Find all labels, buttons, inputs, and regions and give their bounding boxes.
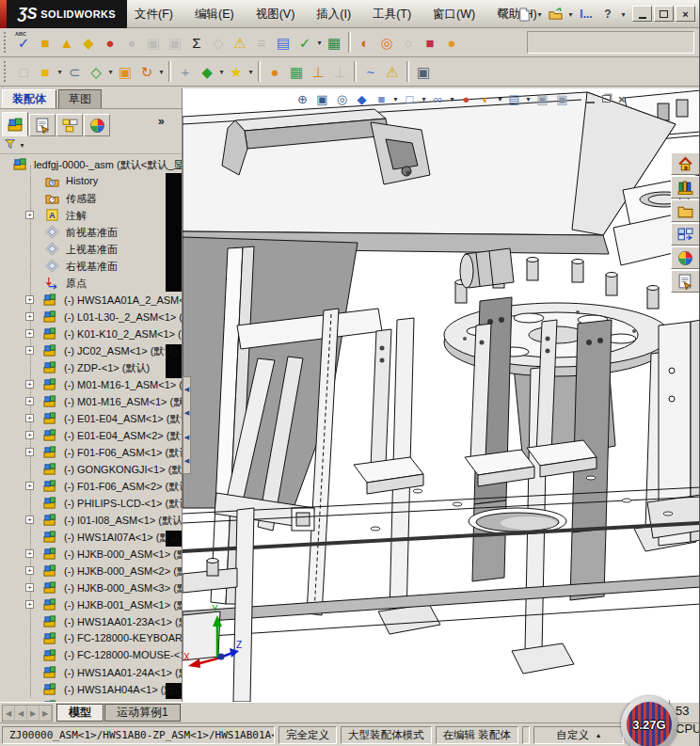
toolbar-grip[interactable] <box>4 32 8 53</box>
doc-restore-button[interactable] <box>602 95 611 103</box>
tree-item[interactable]: (-) HWS1AH04A<1> (默认) <box>0 681 182 698</box>
tree-item[interactable]: +(-) I01-I08_ASM<1> (默认) <box>0 512 182 529</box>
spell-check-icon[interactable]: ABC✓ <box>13 31 34 55</box>
tree-expander[interactable]: + <box>25 516 34 524</box>
menu-edit[interactable]: 编辑(E) <box>192 5 237 24</box>
tree-item[interactable]: +A注解 <box>0 207 182 224</box>
assembly-features-icon[interactable]: ● <box>264 60 285 84</box>
tree-expander[interactable]: + <box>25 448 34 456</box>
tree-item[interactable]: +(-) K01-K10_2_ASM<1> (默认) <box>0 325 182 342</box>
custom-properties-tab[interactable] <box>671 270 700 293</box>
file-explorer-tab[interactable] <box>671 199 700 222</box>
tree-expander[interactable]: + <box>25 566 34 575</box>
tree-expander[interactable]: + <box>25 312 34 321</box>
import-diagnostics-icon[interactable]: ▤ <box>273 31 294 55</box>
screenshot-icon[interactable]: ▣ <box>413 60 434 84</box>
tree-item[interactable]: +(-) HJKB-000_ASM<3> (默认) <box>0 579 182 596</box>
measure-icon[interactable]: ■ <box>35 31 56 55</box>
curvature-icon[interactable]: ◐ <box>355 31 375 55</box>
tab-sketch[interactable]: 草图 <box>58 89 102 108</box>
solidworks-resources-tab[interactable] <box>671 152 700 175</box>
tree-expander[interactable]: + <box>25 431 34 439</box>
minimize-button[interactable] <box>632 6 652 22</box>
tree-item[interactable]: (-) HWS1AA01-23A<1> (默认) <box>0 613 182 630</box>
tree-item[interactable]: +(-) L01-L30-_2_ASM<1> (默认) <box>0 309 182 325</box>
smart-fasteners-icon[interactable]: ⊂ <box>64 60 85 84</box>
tree-item[interactable]: +(-) M01-M16-1_ASM<1> (默认) <box>0 376 182 393</box>
tree-item[interactable]: +(-) M01-M16_ASM<1> (默认) <box>0 393 182 410</box>
tab-motion-study[interactable]: 运动算例1 <box>104 704 181 722</box>
design-check-icon[interactable]: ▣ <box>143 31 164 55</box>
display-style-icon[interactable]: □ <box>401 90 419 107</box>
design-check-2-icon[interactable]: ▣ <box>165 31 185 55</box>
open-part-icon-dropdown[interactable]: ▾ <box>56 68 63 76</box>
tree-expander[interactable]: + <box>25 414 34 422</box>
filter-icon[interactable] <box>5 137 17 154</box>
color-swatches-icon[interactable]: ■ <box>420 31 440 55</box>
move-component-icon[interactable]: + <box>175 60 196 84</box>
collapsed-toolbar-label[interactable]: l... <box>577 5 596 24</box>
tree-item[interactable]: +(-) HWS1AA01A_2_ASM<1> (默认) <box>0 292 182 309</box>
tree-expander[interactable]: + <box>25 346 34 355</box>
exploded-view-icon[interactable]: ⊥ <box>308 60 328 84</box>
help-icon[interactable]: ? <box>598 5 617 24</box>
tree-expander[interactable]: + <box>25 583 34 592</box>
interference-detection-icon[interactable]: ⚠ <box>382 60 403 84</box>
tree-item[interactable]: +(-) HJKB-000_ASM<1> (默认) <box>0 546 182 563</box>
belt-chain-icon[interactable]: ~ <box>360 60 381 84</box>
appearances-icon[interactable]: ● <box>441 31 462 55</box>
menu-insert[interactable]: 插入(I) <box>313 5 354 24</box>
tree-expander[interactable]: + <box>25 600 34 609</box>
search-icon[interactable] <box>493 5 512 24</box>
rotate-component-icon-dropdown[interactable]: ▾ <box>158 68 165 76</box>
insert-component-icon[interactable]: □ <box>13 60 34 84</box>
tree-expander[interactable]: + <box>25 295 34 304</box>
nav-next-button[interactable]: ▶ <box>27 706 40 721</box>
tree-item[interactable]: (-) HWS1AA01-24A<1> (默认) <box>0 664 182 681</box>
open-document-icon[interactable] <box>546 5 565 24</box>
filter-dropdown-arrow[interactable]: ▾ <box>19 141 25 150</box>
mass-properties-icon[interactable]: ▲ <box>56 31 77 55</box>
featuremanager-tab[interactable] <box>2 112 28 136</box>
tree-item[interactable]: (-) FC-128000-MOUSE-<1> <box>0 647 182 664</box>
tab-assembly[interactable]: 装配体 <box>2 89 56 108</box>
check-entity-icon[interactable]: ✓ <box>294 31 315 55</box>
tree-item[interactable]: +(-) HJKB-000_ASM<2> (默认) <box>0 563 182 579</box>
previous-view-icon[interactable]: ◎ <box>333 90 351 107</box>
nav-last-button[interactable]: ▶ <box>40 706 52 721</box>
new-window-icon[interactable]: ▦ <box>286 60 307 84</box>
section-properties-icon[interactable]: ◆ <box>78 31 99 55</box>
split-pane-right-icon[interactable]: ▣ <box>553 90 571 107</box>
tree-expander[interactable]: + <box>25 549 34 558</box>
view-orientation-icon[interactable]: ■ <box>373 90 390 107</box>
zoom-to-area-icon[interactable]: ▣ <box>313 90 331 107</box>
tree-item[interactable]: (-) PHILIPS-LCD-<1> (默认) <box>0 495 182 512</box>
smart-component-icon[interactable]: ◆ <box>197 60 217 84</box>
explode-line-sketch-icon[interactable]: ⊥ <box>329 60 350 84</box>
edit-appearance-icon[interactable]: ● <box>457 90 475 107</box>
appearances-scenes-tab[interactable] <box>671 246 700 269</box>
maximize-button[interactable] <box>654 6 674 22</box>
custom-dropdown[interactable]: 自定义 ▴ <box>533 726 624 744</box>
tree-item[interactable]: History <box>0 173 182 190</box>
tree-expander[interactable]: + <box>25 380 34 389</box>
panel-splitter-arrows[interactable]: ◀◀◀◀ <box>183 376 191 474</box>
displaymanager-tab[interactable] <box>84 114 110 136</box>
align-icon[interactable]: ≡ <box>251 31 272 55</box>
open-part-icon[interactable]: ■ <box>35 60 56 84</box>
performance-evaluation-icon[interactable]: ● <box>100 31 120 55</box>
smart-feature-icon[interactable]: ★ <box>226 60 247 84</box>
menu-window[interactable]: 窗口(W) <box>430 5 478 24</box>
tree-item[interactable]: 原点 <box>0 275 182 292</box>
propertymanager-tab[interactable] <box>29 114 56 136</box>
close-button[interactable]: × <box>676 6 695 22</box>
more-tabs-chevron[interactable]: » <box>158 115 165 128</box>
tree-item[interactable]: +(-) HJKB-001_ASM<1> (默认) <box>0 596 182 613</box>
tree-item[interactable]: (-) HWS1AI07A<1> (默认) <box>0 529 182 546</box>
hide-show-items-icon[interactable]: ∞ <box>429 90 447 107</box>
new-document-icon-dropdown[interactable]: ▾ <box>536 10 543 19</box>
tree-expander[interactable]: + <box>25 397 34 405</box>
nav-first-button[interactable]: ◀ <box>3 706 15 721</box>
menu-view[interactable]: 视图(V) <box>253 5 298 24</box>
apply-scene-icon[interactable]: ◐ <box>477 90 495 107</box>
